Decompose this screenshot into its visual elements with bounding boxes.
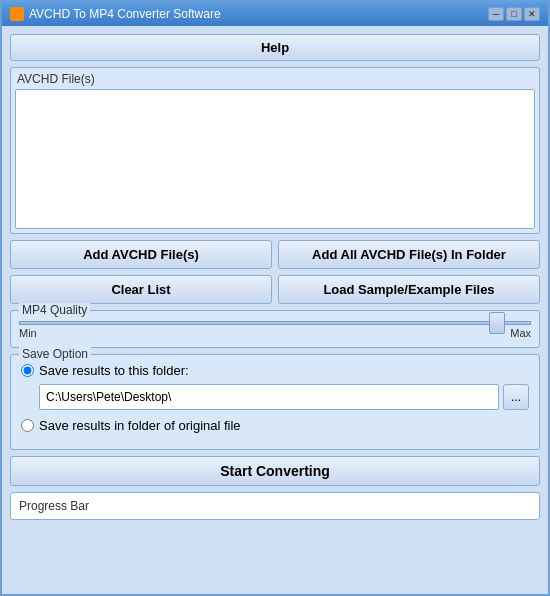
close-button[interactable]: ✕	[524, 7, 540, 21]
folder-path-row: ...	[39, 384, 529, 410]
app-icon	[10, 7, 24, 21]
title-bar: AVCHD To MP4 Converter Software ─ □ ✕	[2, 2, 548, 26]
save-original-folder-radio[interactable]	[21, 419, 34, 432]
add-buttons-row: Add AVCHD File(s) Add All AVCHD File(s) …	[10, 240, 540, 269]
content-area: Help AVCHD File(s) Add AVCHD File(s) Add…	[2, 26, 548, 594]
title-bar-left: AVCHD To MP4 Converter Software	[10, 7, 221, 21]
main-window: AVCHD To MP4 Converter Software ─ □ ✕ He…	[0, 0, 550, 596]
quality-slider[interactable]	[19, 321, 531, 325]
save-option-group: Save Option Save results to this folder:…	[10, 354, 540, 450]
quality-legend: MP4 Quality	[19, 303, 90, 317]
file-list-group: AVCHD File(s)	[10, 67, 540, 234]
save-to-folder-label: Save results to this folder:	[39, 363, 189, 378]
save-original-folder-label: Save results in folder of original file	[39, 418, 241, 433]
quality-slider-container	[19, 321, 531, 325]
add-all-avchd-files-button[interactable]: Add All AVCHD File(s) In Folder	[278, 240, 540, 269]
maximize-button[interactable]: □	[506, 7, 522, 21]
save-option-legend: Save Option	[19, 347, 91, 361]
save-original-folder-row: Save results in folder of original file	[21, 418, 529, 433]
help-button[interactable]: Help	[10, 34, 540, 61]
slider-min-label: Min	[19, 327, 37, 339]
add-avchd-files-button[interactable]: Add AVCHD File(s)	[10, 240, 272, 269]
progress-bar-label: Progress Bar	[19, 499, 89, 513]
file-list-label: AVCHD File(s)	[15, 72, 535, 86]
slider-max-label: Max	[510, 327, 531, 339]
clear-load-buttons-row: Clear List Load Sample/Example Files	[10, 275, 540, 304]
file-list-area[interactable]	[15, 89, 535, 229]
load-sample-button[interactable]: Load Sample/Example Files	[278, 275, 540, 304]
save-to-folder-radio[interactable]	[21, 364, 34, 377]
window-title: AVCHD To MP4 Converter Software	[29, 7, 221, 21]
progress-bar-group: Progress Bar	[10, 492, 540, 520]
quality-group: MP4 Quality Min Max	[10, 310, 540, 348]
title-controls[interactable]: ─ □ ✕	[488, 7, 540, 21]
folder-path-input[interactable]	[39, 384, 499, 410]
save-to-folder-row: Save results to this folder:	[21, 363, 529, 378]
minimize-button[interactable]: ─	[488, 7, 504, 21]
start-converting-button[interactable]: Start Converting	[10, 456, 540, 486]
browse-button[interactable]: ...	[503, 384, 529, 410]
clear-list-button[interactable]: Clear List	[10, 275, 272, 304]
